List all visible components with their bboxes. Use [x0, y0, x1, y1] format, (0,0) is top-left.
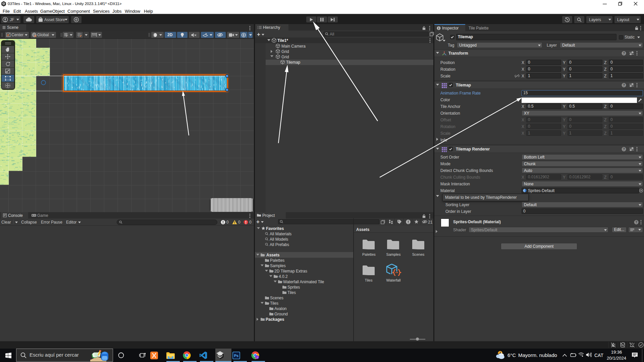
svg-text:Ps: Ps [234, 354, 238, 358]
svg-text:J: J [257, 356, 258, 359]
svg-text:?: ? [635, 221, 637, 224]
svg-text:?: ? [623, 147, 625, 151]
svg-text:Y: Y [66, 35, 68, 37]
svg-text:?: ? [623, 52, 625, 55]
svg-text:?: ? [623, 83, 625, 87]
